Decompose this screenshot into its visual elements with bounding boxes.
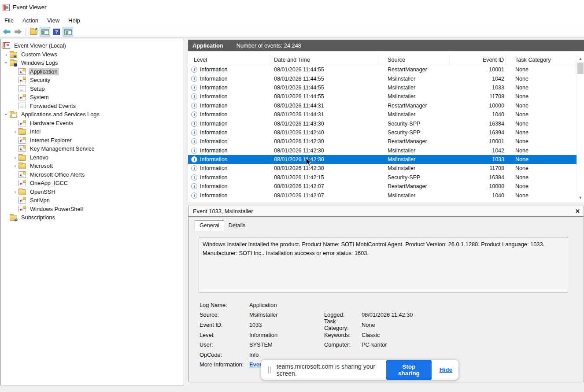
event-level-text: Information <box>200 165 228 171</box>
event-date-cell: 08/01/2026 11:44:31 <box>270 103 378 109</box>
event-source-cell: RestartManager <box>378 67 450 73</box>
event-id-cell: 1033 <box>450 85 506 91</box>
tree-item[interactable]: Lenovo <box>1 153 184 162</box>
action-pane-toggle-button[interactable] <box>63 27 73 37</box>
tree-expander-icon[interactable] <box>3 111 10 118</box>
menu-action[interactable]: Action <box>18 16 43 25</box>
column-header-eventid[interactable]: Event ID <box>450 55 506 65</box>
event-id-cell: 1033 <box>450 156 506 163</box>
event-row[interactable]: i Information 08/01/2026 11:44:55 MsiIns… <box>188 92 577 101</box>
event-row[interactable]: i Information 08/01/2026 11:44:31 MsiIns… <box>188 110 577 119</box>
tree-expander-icon[interactable] <box>3 51 10 58</box>
tree-item-label: Setup <box>29 85 46 92</box>
stop-sharing-button[interactable]: Stop sharing <box>386 360 432 380</box>
tree-item[interactable]: Security <box>1 76 184 85</box>
tree-item[interactable]: Application <box>1 67 184 76</box>
event-date-cell: 08/01/2026 11:44:55 <box>270 93 378 100</box>
field-value-left: Application <box>249 302 324 308</box>
event-date-cell: 08/01/2026 11:42:30 <box>270 165 378 171</box>
event-row[interactable]: i Information 08/01/2026 11:42:30 Restar… <box>188 137 577 146</box>
tree-item[interactable]: Custom Views <box>1 50 184 59</box>
tree-item[interactable]: Forwarded Events <box>1 102 184 111</box>
tab-general[interactable]: General <box>195 220 224 231</box>
information-icon: i <box>191 138 197 144</box>
tree-item[interactable]: Windows PowerShell <box>1 205 184 214</box>
event-level-cell: i Information <box>188 138 270 144</box>
menu-view[interactable]: View <box>43 16 64 25</box>
event-row[interactable]: i Information 08/01/2026 11:42:30 MsiIns… <box>188 164 577 173</box>
tree-expander-icon[interactable] <box>3 59 10 66</box>
close-icon[interactable]: ✕ <box>575 208 580 214</box>
forward-button[interactable] <box>13 27 23 37</box>
vertical-scrollbar[interactable]: ▲ ▼ <box>577 55 584 201</box>
event-row[interactable]: i Information 08/01/2026 11:42:07 Restar… <box>188 182 577 191</box>
event-task-cell: None <box>506 148 577 154</box>
event-row[interactable]: i Information 08/01/2026 11:44:31 Restar… <box>188 101 577 110</box>
scrollbar-thumb[interactable] <box>577 63 584 74</box>
tree-item[interactable]: SotiVpn <box>1 196 184 205</box>
hide-link[interactable]: Hide <box>440 366 452 373</box>
tree-expander-icon[interactable] <box>12 128 18 135</box>
toolbar-separator <box>26 27 26 36</box>
scroll-down-icon[interactable]: ▼ <box>577 194 584 201</box>
event-row[interactable]: i Information 08/01/2026 11:42:30 MsiIns… <box>188 155 577 164</box>
tree-item[interactable]: Windows Logs <box>1 59 184 67</box>
tree-item[interactable]: Microsoft <box>1 162 184 170</box>
tree-item[interactable]: Applications and Services Logs <box>1 110 184 119</box>
back-button[interactable] <box>1 27 12 37</box>
event-row[interactable]: i Information 08/01/2026 11:44:55 MsiIns… <box>188 83 577 92</box>
tree-item-label: Subscriptions <box>20 214 56 221</box>
tree-item[interactable]: Internet Explorer <box>1 136 184 145</box>
column-header-task[interactable]: Task Category <box>506 55 577 65</box>
open-saved-log-button[interactable] <box>28 27 39 37</box>
tab-details[interactable]: Details <box>224 221 250 231</box>
event-task-cell: None <box>506 67 577 73</box>
menu-help[interactable]: Help <box>64 16 85 25</box>
event-level-text: Information <box>200 174 228 181</box>
event-date-cell: 08/01/2026 11:42:15 <box>270 174 378 181</box>
title-bar: Event Viewer <box>0 0 584 15</box>
tree-item[interactable]: Event Viewer (Local) <box>1 41 184 50</box>
column-header-source[interactable]: Source <box>378 55 450 65</box>
tree-expander-icon[interactable] <box>12 189 18 195</box>
event-task-cell: None <box>506 138 577 144</box>
tree-item[interactable]: OneApp_IGCC <box>1 179 184 188</box>
scroll-up-icon[interactable]: ▲ <box>577 55 584 62</box>
event-row[interactable]: i Information 08/01/2026 11:42:07 MsiIns… <box>188 191 577 200</box>
event-row[interactable]: i Information 08/01/2026 11:43:30 Securi… <box>188 119 577 128</box>
menu-bar: File Action View Help <box>0 15 584 26</box>
tree-item[interactable]: OpenSSH <box>1 188 184 196</box>
information-icon: i <box>191 192 197 199</box>
main-content: Event Viewer (Local) Custom Views Window… <box>0 38 584 392</box>
event-row[interactable]: i Information 08/01/2026 11:42:40 Securi… <box>188 128 577 137</box>
tree-expander-icon[interactable] <box>12 163 18 169</box>
help-button[interactable]: ? <box>51 27 62 37</box>
tree-item[interactable]: Microsoft Office Alerts <box>1 170 184 179</box>
information-icon: i <box>191 76 197 82</box>
event-id-cell: 1042 <box>450 76 506 82</box>
drag-handle-icon[interactable] <box>268 366 271 374</box>
event-row[interactable]: i Information 08/01/2026 11:44:55 MsiIns… <box>188 74 577 83</box>
event-id-cell: 16384 <box>450 174 506 181</box>
event-task-cell: None <box>506 111 577 118</box>
tree-item[interactable]: Subscriptions <box>1 213 184 222</box>
event-level-text: Information <box>200 156 228 163</box>
column-header-date[interactable]: Date and Time <box>270 55 378 65</box>
event-task-cell: None <box>506 165 577 171</box>
tree-item[interactable]: System <box>1 93 184 102</box>
tree-expander-icon[interactable] <box>12 154 18 161</box>
tree-item[interactable]: Key Management Service <box>1 144 184 153</box>
event-row[interactable]: i Information 08/01/2026 11:42:15 Securi… <box>188 173 577 182</box>
event-row[interactable]: i Information 08/01/2026 11:44:55 Restar… <box>188 65 577 74</box>
event-level-text: Information <box>200 93 228 100</box>
tree-item[interactable]: Hardware Events <box>1 119 184 128</box>
field-value-left: Information <box>249 332 324 338</box>
column-header-level[interactable]: Level <box>188 55 270 65</box>
event-level-cell: i Information <box>188 111 270 118</box>
tree-item[interactable]: Intel <box>1 127 184 136</box>
menu-file[interactable]: File <box>0 16 18 25</box>
information-icon: i <box>191 165 197 171</box>
console-tree-toggle-button[interactable] <box>40 27 50 37</box>
event-row[interactable]: i Information 08/01/2026 11:42:30 MsiIns… <box>188 146 577 155</box>
tree-item[interactable]: Setup <box>1 85 184 93</box>
